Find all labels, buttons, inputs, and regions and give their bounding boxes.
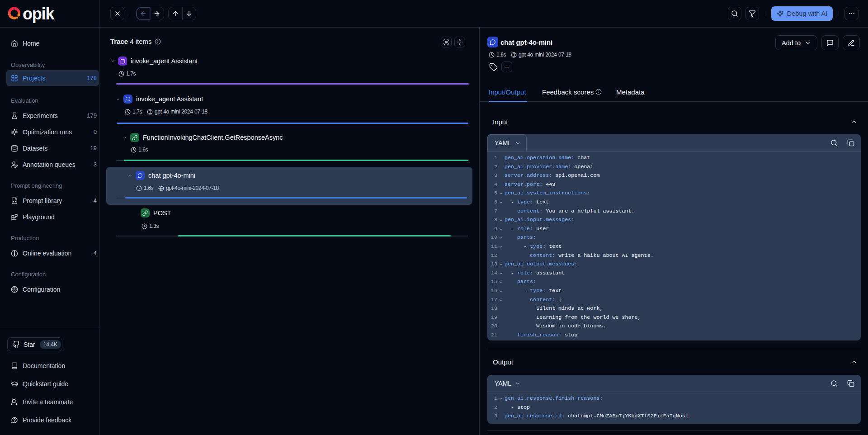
svg-text:opik: opik bbox=[23, 6, 55, 23]
